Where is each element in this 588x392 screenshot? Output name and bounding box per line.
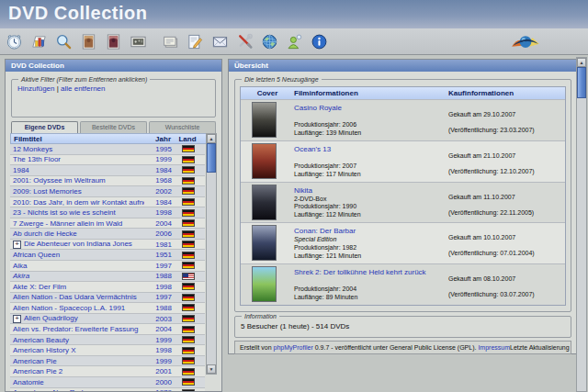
- movie-title-link[interactable]: 2009: Lost Memories: [10, 187, 144, 196]
- scroll-down-button[interactable]: ▼: [207, 364, 216, 374]
- column-header-year[interactable]: Jahr: [143, 135, 171, 143]
- movie-title-link[interactable]: Anatomie: [10, 378, 144, 386]
- movie-title-link[interactable]: 2010: Das Jahr, in dem wir Kontakt aufne…: [10, 198, 144, 207]
- filter-clear-all-link[interactable]: alle entfernen: [61, 84, 105, 93]
- movie-title-link[interactable]: Alien Nation - Das Udara Vermächtnis: [10, 293, 144, 301]
- movie-title-link[interactable]: American Beauty: [10, 336, 144, 344]
- movie-row[interactable]: Alien Nation - Das Udara Vermächtnis1997: [10, 293, 205, 304]
- movie-title-link[interactable]: +Die Abenteuer von Indiana Jones: [10, 240, 144, 249]
- movie-title-link[interactable]: The 13th Floor: [10, 155, 144, 163]
- movie-list-scrollbar[interactable]: ▲ ▼: [206, 133, 217, 375]
- movie-row[interactable]: American Pie 22001: [10, 366, 205, 377]
- dvd-cover-thumbnail[interactable]: [252, 266, 277, 302]
- notes-icon[interactable]: [161, 32, 179, 51]
- window-scroll-up-button[interactable]: ▲: [577, 58, 586, 67]
- search-icon[interactable]: [54, 32, 73, 51]
- movie-row[interactable]: Akte X: Der Film1998: [10, 282, 205, 293]
- movie-title-link[interactable]: 1984: [10, 166, 144, 174]
- movie-row[interactable]: African Queen1951: [10, 250, 205, 261]
- movie-title-link[interactable]: Aika: [10, 262, 144, 270]
- movie-row[interactable]: 19841984: [10, 165, 205, 176]
- dvd-cover-thumbnail[interactable]: [252, 185, 277, 220]
- dvd-title-link[interactable]: Ocean's 13: [294, 145, 448, 153]
- movie-title-link[interactable]: Alien Nation - Spacecop L.A. 1991: [10, 304, 144, 312]
- column-header-country[interactable]: Land: [171, 135, 204, 143]
- movie-row[interactable]: Akira1988: [10, 272, 205, 283]
- dvd-title-link[interactable]: Nikita: [294, 186, 448, 195]
- movie-title-link[interactable]: African Queen: [10, 251, 144, 259]
- actor-view-icon[interactable]: [104, 32, 122, 51]
- gallery-icon[interactable]: [129, 32, 147, 51]
- movie-row[interactable]: American History X1998: [10, 345, 205, 356]
- recent-dvd-row: Shrek 2: Der tollkühne Held kehrt zurück…: [241, 263, 565, 305]
- dvd-title-link[interactable]: Casino Royale: [294, 104, 448, 112]
- overview-clock-icon[interactable]: [5, 32, 23, 51]
- movie-row[interactable]: The 13th Floor1999: [10, 155, 205, 166]
- movie-row[interactable]: Aika1997: [10, 261, 205, 272]
- dvd-cover-thumbnail[interactable]: [252, 225, 277, 261]
- movie-row[interactable]: Alien Nation - Spacecop L.A. 19911988: [10, 303, 205, 314]
- settings-tools-icon[interactable]: [235, 32, 254, 51]
- movie-row[interactable]: Alien vs. Predator: Erweiterte Fassung20…: [10, 324, 205, 335]
- info-icon[interactable]: [310, 32, 328, 51]
- movie-row[interactable]: 12 Monkeys1995: [10, 144, 205, 155]
- movie-title-link[interactable]: Alien vs. Predator: Erweiterte Fassung: [10, 325, 144, 333]
- movie-row[interactable]: Apocalypse Now Redux1979: [10, 388, 205, 391]
- movie-row[interactable]: Anatomie2000: [10, 377, 205, 388]
- phpmyprofiler-link[interactable]: phpMyProfiler: [274, 344, 313, 351]
- movie-title-link[interactable]: American Pie 2: [10, 367, 144, 375]
- movie-title-link[interactable]: Akira: [10, 272, 144, 280]
- dvd-cover-thumbnail[interactable]: [252, 102, 277, 138]
- movie-row[interactable]: American Pie1999: [10, 356, 205, 367]
- movie-year: 1998: [144, 208, 172, 217]
- scroll-up-button[interactable]: ▲: [207, 134, 216, 143]
- web-globe-icon[interactable]: [260, 32, 278, 51]
- movie-row[interactable]: American Beauty1999: [10, 335, 205, 346]
- movie-title-link[interactable]: 7 Zwerge - Männer allein im Wald: [10, 219, 144, 228]
- cover-view-icon[interactable]: [79, 32, 97, 51]
- movie-row[interactable]: +Die Abenteuer von Indiana Jones1981: [10, 240, 205, 251]
- movie-row[interactable]: 2010: Das Jahr, in dem wir Kontakt aufne…: [10, 197, 205, 208]
- tab-wunschliste[interactable]: Wunschliste: [149, 121, 216, 133]
- movie-title-link[interactable]: 12 Monkeys: [10, 145, 144, 153]
- expand-plus-icon[interactable]: +: [13, 315, 21, 323]
- user-icon[interactable]: [285, 32, 303, 51]
- movie-title-link[interactable]: Akte X: Der Film: [10, 283, 144, 291]
- runtime: Lauflänge: 121 Minuten: [294, 252, 361, 260]
- active-filter-box: Aktive Filter (Filter zum Entfernen ankl…: [11, 79, 216, 118]
- movie-row[interactable]: 2001: Odyssee im Weltraum1968: [10, 176, 205, 187]
- movie-title-link[interactable]: +Alien Quadrilogy: [10, 314, 144, 323]
- statistics-icon[interactable]: [29, 32, 48, 51]
- window-scrollbar-thumb[interactable]: [577, 67, 586, 98]
- dvd-title-link[interactable]: Conan: Der Barbar: [294, 227, 448, 235]
- movie-title-link[interactable]: 23 - Nichts ist so wie es scheint: [10, 208, 144, 217]
- movie-row[interactable]: +Alien Quadrilogy2003: [10, 314, 205, 325]
- flag-germany-icon: [182, 166, 195, 174]
- production-year: Produktionsjahr: 2006: [294, 120, 361, 129]
- filter-add-link[interactable]: Hinzufügen: [17, 84, 54, 93]
- expand-plus-icon[interactable]: +: [13, 241, 21, 249]
- movie-title-link[interactable]: Apocalypse Now Redux: [10, 388, 144, 391]
- movie-title-link[interactable]: American History X: [10, 346, 144, 354]
- imprint-link[interactable]: Impressum: [478, 344, 510, 351]
- phpmyprofiler-logo-icon[interactable]: [511, 34, 540, 50]
- edit-icon[interactable]: [186, 32, 204, 51]
- window-scrollbar[interactable]: ▲: [576, 57, 587, 392]
- dvd-title-link[interactable]: Shrek 2: Der tollkühne Held kehrt zurück: [294, 268, 448, 276]
- dvd-cover-thumbnail[interactable]: [252, 143, 277, 179]
- filter-link-separator: |: [57, 84, 59, 93]
- movie-year: 2004: [144, 219, 172, 228]
- scrollbar-thumb[interactable]: [207, 143, 216, 173]
- tab-eigene-dvds[interactable]: Eigene DVDs: [11, 121, 78, 133]
- movie-title-link[interactable]: 2001: Odyssee im Weltraum: [10, 176, 144, 185]
- movie-row[interactable]: Ab durch die Hecke2006: [10, 229, 205, 240]
- release-date: (Veröffentlichung: 12.10.2007): [448, 168, 565, 174]
- movie-title-link[interactable]: American Pie: [10, 357, 144, 365]
- movie-row[interactable]: 2009: Lost Memories2002: [10, 186, 205, 197]
- column-header-title[interactable]: Filmtitel: [11, 135, 143, 143]
- movie-row[interactable]: 23 - Nichts ist so wie es scheint1998: [10, 207, 205, 218]
- mail-icon[interactable]: [210, 32, 229, 51]
- tab-bestellte-dvds[interactable]: Bestellte DVDs: [80, 121, 147, 133]
- movie-title-link[interactable]: Ab durch die Hecke: [10, 230, 144, 238]
- movie-row[interactable]: 7 Zwerge - Männer allein im Wald2004: [10, 218, 205, 230]
